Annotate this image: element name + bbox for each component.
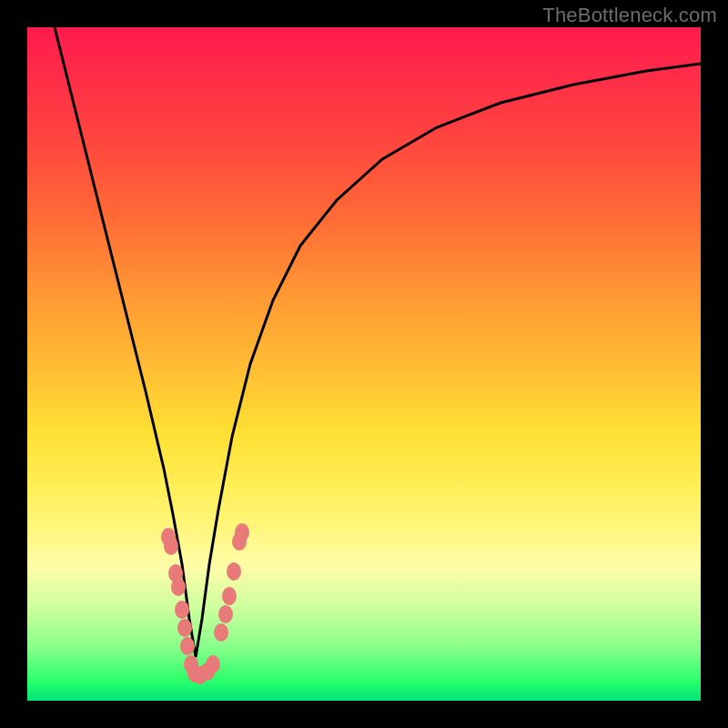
data-dot: [175, 601, 189, 619]
data-dot: [164, 537, 178, 555]
watermark-text: TheBottleneck.com: [542, 4, 717, 27]
data-dots-right: [200, 523, 249, 681]
data-dot: [180, 637, 195, 655]
data-dot: [206, 655, 220, 673]
data-dot: [227, 562, 241, 581]
outer-frame: TheBottleneck.com: [0, 0, 728, 728]
data-dots-left: [161, 528, 207, 684]
bottleneck-curve: [55, 27, 701, 657]
data-dot: [235, 523, 249, 541]
plot-area: [27, 27, 701, 701]
data-dot: [214, 623, 228, 642]
data-dot: [171, 578, 186, 596]
data-dot: [218, 605, 233, 623]
data-dot: [177, 619, 192, 637]
data-dot: [222, 587, 237, 605]
chart-svg: [27, 27, 701, 701]
